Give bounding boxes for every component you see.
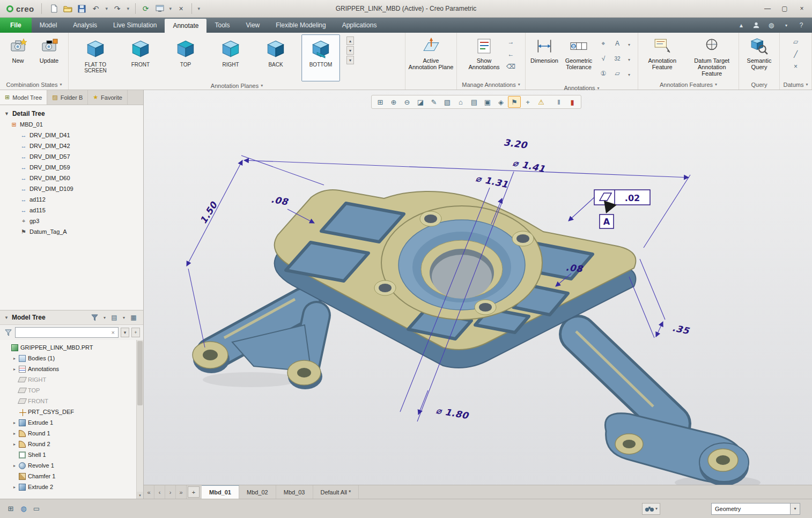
expand-arrow-icon[interactable]: ▸ bbox=[11, 367, 18, 372]
spin-center-icon[interactable]: + bbox=[521, 96, 534, 108]
surface-finish-icon[interactable]: √ bbox=[597, 53, 609, 64]
new-state-tab-icon[interactable]: + bbox=[188, 486, 200, 498]
tree-list-icon[interactable]: ▤ bbox=[109, 312, 120, 323]
undo-dropdown-icon[interactable]: ▾ bbox=[104, 2, 110, 15]
tab-view[interactable]: View bbox=[238, 18, 268, 33]
tree-row[interactable]: FRONT bbox=[0, 396, 143, 406]
warning-icon[interactable]: ⚠ bbox=[535, 96, 548, 108]
connect-icon[interactable]: ◍ bbox=[766, 20, 777, 31]
annotation-feature-button[interactable]: Annotation Feature bbox=[640, 34, 684, 71]
group-label-manage-annotations[interactable]: Manage Annotations▾ bbox=[457, 79, 525, 90]
expand-arrow-icon[interactable]: ▸ bbox=[11, 485, 18, 490]
tree-row[interactable]: ▸ Bodies (1) bbox=[0, 353, 143, 364]
graphics-area[interactable]: 3.20 ⌀ 1.41 ⌀ 1.31 .08 1.50 .08 .35 ⌀ 1.… bbox=[144, 90, 812, 499]
update-combination-state-button[interactable]: Update bbox=[34, 34, 64, 64]
tree-row[interactable]: ▸ Extrude 2 bbox=[0, 482, 143, 492]
model-tree-search-input[interactable] bbox=[18, 329, 110, 336]
plane-flat-to-screen-button[interactable]: FLAT TO SCREEN bbox=[76, 34, 115, 82]
list-item[interactable]: ↔DRV_DIM_D57 bbox=[0, 151, 143, 162]
list-item[interactable]: ↔ad115 bbox=[0, 205, 143, 216]
regenerate-icon[interactable]: ⟳ bbox=[139, 2, 152, 15]
search-clear-icon[interactable]: × bbox=[110, 329, 116, 336]
maximize-button[interactable]: ▢ bbox=[777, 3, 793, 14]
plane-back-button[interactable]: BACK bbox=[256, 34, 295, 82]
browser-toggle-icon[interactable]: ◍ bbox=[17, 503, 30, 515]
show-annotations-button[interactable]: Show Annotations bbox=[464, 34, 504, 71]
tree-row[interactable]: RIGHT bbox=[0, 374, 143, 385]
plane-top-button[interactable]: TOP bbox=[166, 34, 205, 82]
symbol-icon[interactable]: ▱ bbox=[611, 68, 623, 79]
tab-model[interactable]: Model bbox=[32, 18, 65, 33]
customize-qat-icon[interactable]: ▾ bbox=[196, 2, 202, 15]
chevron-down-icon[interactable]: ▾ bbox=[104, 315, 106, 320]
active-annotation-plane-button[interactable]: Active Annotation Plane bbox=[408, 34, 454, 71]
find-button[interactable]: ▾ bbox=[642, 503, 660, 515]
list-item[interactable]: ↔ad112 bbox=[0, 194, 143, 205]
erase-annotation-icon[interactable]: ⌫ bbox=[505, 61, 517, 72]
zoom-in-icon[interactable]: ⊕ bbox=[387, 96, 400, 108]
tab-folder-browser[interactable]: ▨ Folder B bbox=[47, 90, 88, 105]
list-item[interactable]: ⊞ MBD_01 bbox=[0, 119, 143, 130]
model-tree-scrollbar[interactable]: ▾ bbox=[136, 340, 143, 499]
model-hub[interactable] bbox=[381, 206, 542, 320]
tree-row[interactable]: ▸ Round 1 bbox=[0, 428, 143, 439]
tab-flexible-modeling[interactable]: Flexible Modeling bbox=[268, 18, 334, 33]
group-label-query[interactable]: Query bbox=[739, 79, 779, 90]
list-item[interactable]: ↔DRV_DIM_D59 bbox=[0, 162, 143, 173]
refit-icon[interactable]: ◪ bbox=[414, 96, 427, 108]
selection-filter-value[interactable]: Geometry bbox=[711, 503, 791, 515]
close-window-icon[interactable]: × bbox=[175, 2, 188, 15]
windows-dropdown-icon[interactable]: ▾ bbox=[167, 2, 174, 15]
state-tab-mbd03[interactable]: Mbd_03 bbox=[276, 485, 313, 499]
list-item[interactable]: ↔DRV_DIM_D60 bbox=[0, 173, 143, 183]
roughness-value-icon[interactable]: 32 bbox=[611, 53, 623, 64]
chevron-down-icon[interactable]: ▾ bbox=[123, 315, 125, 320]
new-combination-state-button[interactable]: New bbox=[4, 34, 32, 64]
fullscreen-toggle-icon[interactable]: ▭ bbox=[30, 503, 43, 515]
note-icon[interactable]: A bbox=[611, 38, 623, 49]
model-viewport[interactable]: 3.20 ⌀ 1.41 ⌀ 1.31 .08 1.50 .08 .35 ⌀ 1.… bbox=[144, 90, 812, 485]
new-file-icon[interactable] bbox=[48, 2, 61, 15]
state-tab-mbd02[interactable]: Mbd_02 bbox=[239, 485, 276, 499]
group-label-annotations[interactable]: Annotations▾ bbox=[526, 85, 638, 91]
geometric-tolerance-button[interactable]: Geometric Tolerance bbox=[561, 34, 596, 71]
tree-filter-icon[interactable] bbox=[90, 312, 100, 323]
plane-right-button[interactable]: RIGHT bbox=[211, 34, 250, 82]
datum-point-icon[interactable]: × bbox=[790, 61, 802, 72]
corner-dropdown-icon[interactable]: ▾ bbox=[781, 20, 792, 31]
capture-icon[interactable]: ▣ bbox=[481, 96, 494, 108]
plane-front-button[interactable]: FRONT bbox=[121, 34, 160, 82]
open-icon[interactable] bbox=[62, 2, 75, 15]
display-style-icon[interactable]: ◈ bbox=[494, 96, 507, 108]
tab-live-simulation[interactable]: Live Simulation bbox=[105, 18, 165, 33]
pause-icon[interactable]: ‖ bbox=[552, 96, 565, 108]
zoom-out-icon[interactable]: ⊖ bbox=[401, 96, 414, 108]
center-hole[interactable] bbox=[432, 255, 492, 299]
list-item[interactable]: ↔DRV_DIM_D41 bbox=[0, 130, 143, 140]
expand-arrow-icon[interactable]: ▸ bbox=[11, 420, 18, 425]
shading-style-icon[interactable]: ▧ bbox=[441, 96, 454, 108]
chevron-down-icon[interactable]: ▾ bbox=[625, 68, 633, 82]
tree-row-part[interactable]: GRIPPER_LINK_MBD.PRT bbox=[0, 342, 143, 353]
redo-dropdown-icon[interactable]: ▾ bbox=[125, 2, 131, 15]
undo-icon[interactable]: ↶ bbox=[90, 2, 102, 15]
tree-row[interactable]: ▸ Round 2 bbox=[0, 439, 143, 449]
tab-annotate[interactable]: Annotate bbox=[165, 19, 206, 33]
dimension-08-right[interactable]: .08 bbox=[565, 262, 584, 274]
close-button[interactable]: × bbox=[794, 3, 810, 14]
expand-arrow-icon[interactable]: ▸ bbox=[11, 442, 18, 447]
detail-tree-header[interactable]: ▼ Detail Tree bbox=[0, 108, 143, 119]
last-state-icon[interactable]: » bbox=[176, 485, 187, 499]
tab-applications[interactable]: Applications bbox=[334, 18, 385, 33]
group-label-datums[interactable]: Datums▾ bbox=[780, 79, 811, 90]
group-label-combination-states[interactable]: Combination States▾ bbox=[0, 79, 68, 90]
datum-feature-icon[interactable]: ⌖ bbox=[597, 38, 609, 49]
tab-tools[interactable]: Tools bbox=[206, 18, 238, 33]
tree-row[interactable]: TOP bbox=[0, 385, 143, 396]
search-add-icon[interactable]: + bbox=[131, 328, 140, 337]
semantic-query-button[interactable]: Semantic Query bbox=[742, 34, 777, 71]
tree-row[interactable]: Chamfer 1 bbox=[0, 471, 143, 482]
group-label-annotation-features[interactable]: Annotation Features▾ bbox=[638, 79, 739, 90]
search-filter-icon[interactable] bbox=[3, 328, 13, 337]
chevron-down-icon[interactable]: ▾ bbox=[625, 53, 633, 66]
